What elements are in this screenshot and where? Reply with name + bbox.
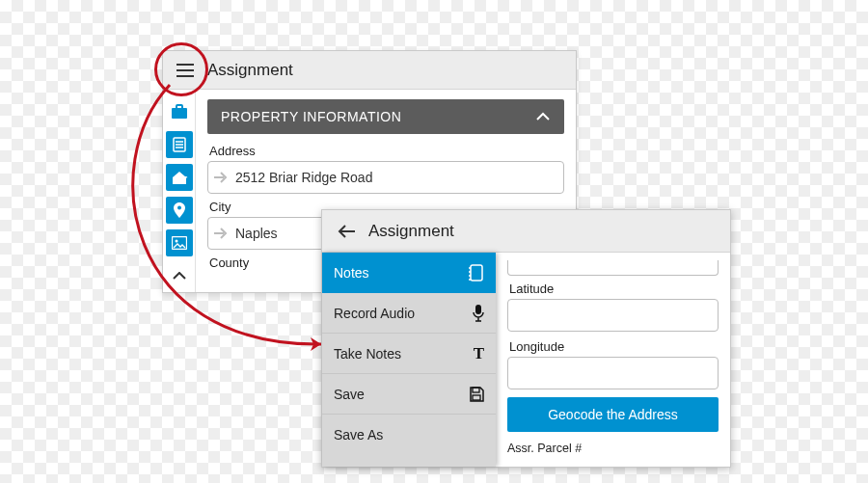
drawer-label: Save As <box>334 427 383 443</box>
clipboard-icon <box>173 137 186 152</box>
hamburger-menu-button[interactable] <box>173 58 198 83</box>
chevron-up-icon <box>173 272 186 280</box>
address-input[interactable]: 2512 Briar Ridge Road <box>207 161 564 194</box>
rail-item-briefcase[interactable] <box>166 98 193 125</box>
arrow-left-icon <box>338 225 355 238</box>
panel2-right: Latitude Longitude Geocode the Address A… <box>496 253 730 467</box>
rail-item-home[interactable] <box>166 164 193 191</box>
drawer-label: Save <box>334 387 365 402</box>
chevron-up-icon <box>535 112 551 121</box>
hamburger-icon <box>176 64 194 77</box>
panel2-title: Assignment <box>368 222 454 241</box>
svg-point-3 <box>177 206 181 210</box>
parcel-label: Assr. Parcel # <box>507 442 719 455</box>
drawer-item-take-notes[interactable]: Take Notes T <box>322 334 496 374</box>
drawer-label: Take Notes <box>334 346 401 362</box>
geocode-button-label: Geocode the Address <box>548 407 678 422</box>
property-info-header[interactable]: PROPERTY INFORMATION <box>207 99 564 134</box>
drawer-item-record-audio[interactable]: Record Audio <box>322 293 496 334</box>
floppy-icon <box>469 387 484 402</box>
briefcase-icon <box>171 104 188 120</box>
input-arrow-icon <box>214 227 230 240</box>
panel2-titlebar: Assignment <box>322 210 730 253</box>
longitude-label: Longitude <box>509 339 719 354</box>
latitude-label: Latitude <box>509 282 719 296</box>
longitude-input[interactable] <box>507 357 719 389</box>
svg-rect-7 <box>475 305 481 314</box>
latitude-input[interactable] <box>507 299 719 332</box>
partial-input-above[interactable] <box>507 260 719 276</box>
assignment-panel-drawer: Assignment Notes Record Audio Take Notes… <box>321 209 731 468</box>
map-pin-icon <box>174 202 185 218</box>
side-rail <box>163 90 196 292</box>
drawer-menu: Notes Record Audio Take Notes T Save <box>322 253 496 467</box>
drawer-label: Notes <box>334 265 369 281</box>
drawer-item-save[interactable]: Save <box>322 374 496 415</box>
panel1-title: Assignment <box>207 61 293 80</box>
microphone-icon <box>473 305 484 322</box>
rail-item-image[interactable] <box>166 229 193 256</box>
home-icon <box>171 170 188 185</box>
geocode-button[interactable]: Geocode the Address <box>507 397 719 432</box>
panel1-titlebar: Assignment <box>163 51 576 90</box>
drawer-item-save-as[interactable]: Save As <box>322 415 496 455</box>
input-arrow-icon <box>214 171 230 184</box>
back-button[interactable] <box>334 225 359 238</box>
rail-item-form[interactable] <box>166 131 193 158</box>
address-label: Address <box>209 144 564 158</box>
svg-point-5 <box>175 240 177 243</box>
address-value: 2512 Briar Ridge Road <box>235 170 557 185</box>
svg-rect-1 <box>176 105 182 109</box>
drawer-label: Record Audio <box>334 306 415 321</box>
rail-item-expand[interactable] <box>166 262 193 289</box>
svg-rect-6 <box>471 265 482 281</box>
notebook-icon <box>469 264 484 282</box>
text-icon: T <box>474 344 484 363</box>
svg-rect-9 <box>473 395 480 400</box>
rail-item-location[interactable] <box>166 197 193 224</box>
section-header-label: PROPERTY INFORMATION <box>221 109 401 124</box>
image-icon <box>172 236 187 250</box>
drawer-item-notes[interactable]: Notes <box>322 253 496 293</box>
